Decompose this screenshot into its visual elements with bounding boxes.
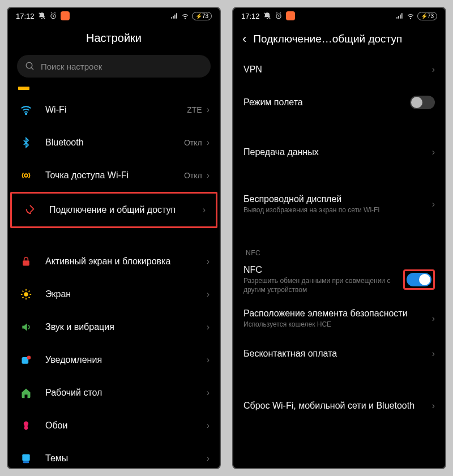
signal-icon [396, 12, 404, 20]
wifi-icon [18, 102, 34, 118]
row-nfc[interactable]: NFC Разрешить обмен данными при совмещен… [233, 259, 445, 300]
app-badge-icon [286, 11, 295, 20]
row-hotspot[interactable]: Точка доступа Wi-Fi Откл › [8, 159, 220, 192]
row-notifications[interactable]: Уведомления › [8, 344, 220, 376]
row-value: ZTE [187, 105, 202, 114]
row-label: Подключение и общий доступ [49, 205, 203, 215]
row-label: Режим полета [243, 97, 410, 108]
row-wireless-display[interactable]: Беспроводной дисплей Вывод изображения н… [233, 186, 445, 223]
page-title: Настройки [8, 24, 220, 52]
row-secure-element[interactable]: Расположение элемента безопасности Испол… [233, 300, 445, 337]
svg-line-3 [31, 67, 33, 70]
row-label: Расположение элемента безопасности [243, 308, 432, 319]
row-bluetooth[interactable]: Bluetooth Откл › [8, 126, 220, 159]
airplane-toggle[interactable] [410, 96, 435, 109]
row-label: Сброс Wi-Fi, мобильной сети и Bluetooth [243, 401, 432, 411]
dnd-icon [263, 12, 271, 20]
chevron-right-icon: › [203, 205, 206, 215]
svg-point-2 [26, 62, 32, 68]
alarm-icon [275, 12, 283, 20]
row-reset-network[interactable]: Сброс Wi-Fi, мобильной сети и Bluetooth … [233, 387, 445, 424]
battery-indicator: ⚡73 [192, 12, 212, 20]
partial-row [8, 83, 220, 93]
svg-point-17 [27, 356, 31, 360]
chevron-right-icon: › [207, 421, 210, 431]
chevron-right-icon: › [432, 199, 435, 209]
row-contactless[interactable]: Бесконтактная оплата › [233, 337, 445, 370]
svg-point-7 [24, 292, 28, 296]
nfc-toggle[interactable] [407, 273, 431, 286]
row-label: Bluetooth [45, 138, 184, 148]
signal-icon [170, 12, 178, 20]
svg-line-12 [23, 291, 24, 292]
back-button[interactable]: ‹ [242, 32, 246, 46]
row-sub: Разрешить обмен данными при совмещении с… [243, 277, 403, 294]
row-value: Откл [184, 138, 202, 147]
row-label: Рабочий стол [45, 388, 207, 398]
row-label: Беспроводной дисплей [243, 194, 432, 204]
section-header-nfc: NFC [233, 240, 445, 259]
row-data-usage[interactable]: Передача данных › [233, 136, 445, 169]
page-title: Подключение…общий доступ [253, 33, 402, 45]
themes-icon [18, 451, 34, 466]
chevron-right-icon: › [207, 289, 210, 299]
search-icon [25, 61, 35, 71]
row-wallpaper[interactable]: Обои › [8, 409, 220, 442]
brightness-icon [18, 286, 34, 302]
row-label: Точка доступа Wi-Fi [45, 170, 184, 181]
svg-rect-6 [23, 260, 29, 265]
settings-screen: 17:12 ⚡73 Настройки Поиск настроек [7, 7, 221, 469]
chevron-right-icon: › [207, 322, 210, 332]
chevron-right-icon: › [432, 314, 435, 324]
svg-rect-19 [23, 461, 29, 463]
row-label: NFC [243, 265, 403, 275]
hotspot-icon [18, 168, 34, 183]
alarm-icon [49, 12, 57, 20]
connection-screen: 17:12 ⚡73 ‹ Подключение…общий доступ VPN [232, 7, 446, 469]
app-badge-icon [61, 11, 70, 20]
svg-line-15 [29, 291, 30, 292]
status-bar: 17:12 ⚡73 [8, 8, 220, 24]
svg-line-14 [23, 297, 24, 298]
row-sub: Используется кошелек HCE [243, 320, 432, 329]
svg-line-13 [29, 297, 30, 298]
chevron-right-icon: › [207, 355, 210, 365]
row-label: Активный экран и блокировка [45, 256, 207, 267]
row-airplane[interactable]: Режим полета [233, 86, 445, 119]
row-value: Откл [184, 171, 202, 180]
search-input[interactable]: Поиск настроек [17, 55, 211, 78]
wifi-icon [181, 12, 189, 20]
search-placeholder: Поиск настроек [41, 62, 102, 71]
row-label: Темы [45, 453, 207, 464]
row-wifi[interactable]: Wi-Fi ZTE › [8, 93, 220, 126]
chevron-right-icon: › [432, 349, 435, 359]
status-bar: 17:12 ⚡73 [233, 8, 445, 24]
chevron-right-icon: › [432, 401, 435, 411]
chevron-right-icon: › [207, 105, 210, 115]
notifications-icon [18, 352, 34, 368]
row-lockscreen[interactable]: Активный экран и блокировка › [8, 245, 220, 278]
bluetooth-icon [18, 135, 34, 151]
chevron-right-icon: › [207, 138, 210, 148]
chevron-right-icon: › [432, 147, 435, 157]
chevron-right-icon: › [207, 170, 210, 181]
row-label: Обои [45, 421, 207, 431]
row-vpn[interactable]: VPN › [233, 53, 445, 86]
sound-icon [18, 319, 34, 335]
share-icon [22, 202, 38, 218]
svg-point-5 [24, 174, 28, 177]
row-connection-sharing[interactable]: Подключение и общий доступ › [12, 194, 216, 226]
svg-point-4 [25, 113, 27, 114]
row-sub: Вывод изображения на экран по сети Wi-Fi [243, 206, 432, 215]
row-display[interactable]: Экран › [8, 278, 220, 311]
row-sound[interactable]: Звук и вибрация › [8, 311, 220, 344]
svg-rect-18 [22, 454, 29, 461]
row-label: Экран [45, 289, 207, 299]
chevron-right-icon: › [207, 388, 210, 398]
row-label: VPN [243, 65, 432, 75]
battery-indicator: ⚡73 [417, 12, 437, 20]
dnd-icon [38, 12, 46, 20]
row-desktop[interactable]: Рабочий стол › [8, 376, 220, 409]
row-label: Wi-Fi [45, 105, 187, 115]
row-themes[interactable]: Темы › [8, 442, 220, 468]
